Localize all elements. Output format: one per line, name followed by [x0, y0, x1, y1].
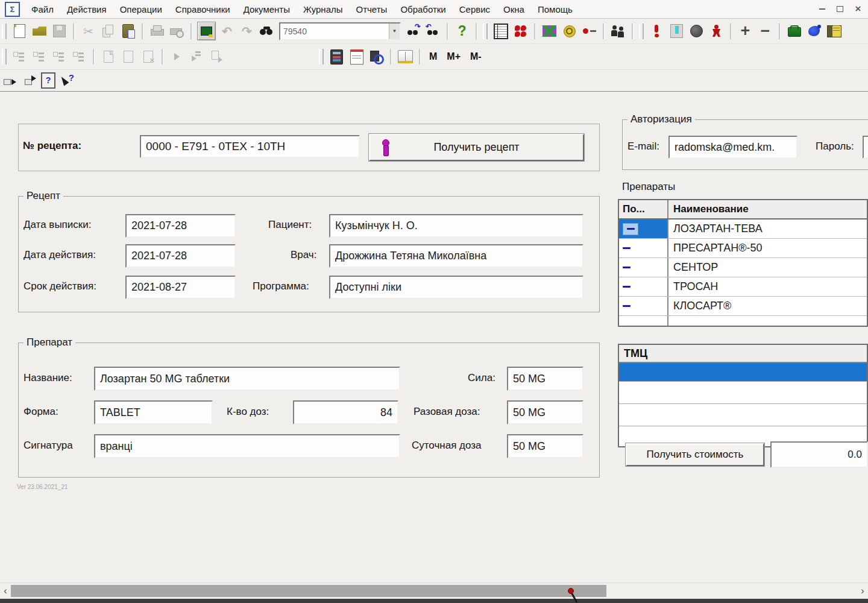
drug-name-field[interactable]: Лозартан 50 MG таблетки — [94, 367, 400, 391]
memory-m-minus-button[interactable]: M- — [465, 51, 486, 62]
calc-search-icon[interactable] — [368, 48, 385, 66]
page-new-icon[interactable] — [99, 48, 117, 66]
drugs-col-name[interactable]: Наименование — [667, 200, 867, 218]
help-box-icon[interactable] — [41, 72, 55, 89]
find-icon[interactable] — [258, 22, 275, 40]
user-terminal-icon[interactable] — [668, 22, 685, 40]
cost-field[interactable]: 0.0 — [770, 441, 868, 468]
drugs-row[interactable]: ПРЕСАРТАН®-50 — [619, 239, 867, 258]
minimize-button[interactable] — [814, 3, 830, 16]
copy-icon[interactable] — [99, 22, 117, 40]
drugs-col-ref[interactable]: По... — [619, 200, 667, 218]
blue-splat-icon[interactable] — [805, 22, 823, 40]
chevron-down-icon[interactable]: ▼ — [389, 24, 400, 39]
help-icon[interactable]: ? — [453, 22, 471, 40]
tree-view-1-icon[interactable] — [11, 48, 28, 66]
tmc-row-selected[interactable] — [619, 363, 867, 382]
menu-help[interactable]: Помощь — [531, 2, 579, 17]
step-over-icon[interactable] — [188, 48, 206, 66]
find-previous-icon[interactable] — [424, 22, 442, 40]
window-back-icon[interactable] — [1, 72, 19, 89]
scroll-right-button[interactable]: › — [857, 584, 868, 598]
horizontal-scrollbar[interactable]: ‹ › — [0, 582, 868, 599]
menu-references[interactable]: Справочники — [169, 2, 237, 17]
recipe-number-input[interactable]: 0000 - E791 - 0TEX - 10TH — [140, 135, 360, 158]
ledger-icon[interactable] — [492, 22, 509, 40]
calculator-icon[interactable] — [328, 48, 345, 66]
toolbar-grip[interactable] — [2, 49, 7, 65]
menu-journals[interactable]: Журналы — [297, 2, 350, 17]
email-field[interactable]: radomska@med.km. — [668, 136, 797, 159]
drug-form-field[interactable]: TABLET — [94, 400, 213, 425]
tmc-header[interactable]: ТМЦ — [619, 345, 867, 363]
redo-icon[interactable] — [238, 22, 256, 40]
minus-icon[interactable] — [756, 22, 774, 40]
undo-icon[interactable] — [218, 22, 236, 40]
memory-m-button[interactable]: M — [424, 51, 442, 62]
drugs-row[interactable]: КЛОСАРТ® — [619, 297, 867, 316]
close-all-icon[interactable] — [512, 22, 529, 40]
patient-field[interactable]: Кузьмінчук Н. О. — [329, 214, 583, 238]
context-help-icon[interactable] — [58, 72, 75, 89]
find-combobox-value[interactable]: 79540 — [280, 27, 389, 36]
get-recipe-button[interactable]: Получить рецепт — [369, 134, 584, 161]
walking-person-icon[interactable] — [708, 22, 725, 40]
drug-row-name[interactable]: КЛОСАРТ® — [667, 297, 867, 315]
scroll-left-button[interactable]: ‹ — [0, 584, 11, 598]
page-open-icon[interactable] — [119, 48, 137, 66]
print-preview-icon[interactable] — [168, 22, 186, 40]
drugs-row[interactable]: ТРОСАН — [619, 277, 867, 297]
user-monitor-icon[interactable] — [197, 22, 216, 40]
signature-field[interactable]: вранці — [94, 434, 400, 458]
find-next-icon[interactable] — [404, 22, 422, 40]
remove-item-icon[interactable] — [580, 22, 598, 40]
find-combobox[interactable]: 79540 ▼ — [279, 22, 401, 40]
menu-documents[interactable]: Документы — [237, 2, 297, 17]
plus-icon[interactable] — [737, 22, 754, 40]
users-icon[interactable] — [609, 22, 627, 40]
tmc-row[interactable] — [619, 382, 867, 404]
print-icon[interactable] — [148, 22, 166, 40]
date-expiry-field[interactable]: 2021-08-27 — [125, 276, 236, 299]
date-valid-field[interactable]: 2021-07-28 — [125, 244, 236, 268]
drug-row-name[interactable]: ПРЕСАРТАН®-50 — [667, 239, 867, 257]
green-case-icon[interactable] — [785, 22, 803, 40]
daily-dose-field[interactable]: 50 MG — [507, 434, 583, 458]
menu-windows[interactable]: Окна — [497, 2, 531, 17]
drug-row-name[interactable]: ЛОЗАРТАН-ТЕВА — [667, 219, 867, 238]
doses-field[interactable]: 84 — [293, 400, 398, 425]
tree-view-2-icon[interactable] — [31, 48, 48, 66]
menu-operations[interactable]: Операции — [113, 2, 169, 17]
calendar-icon[interactable] — [348, 48, 365, 66]
date-issued-field[interactable]: 2021-07-28 — [125, 214, 236, 238]
strength-field[interactable]: 50 MG — [507, 367, 583, 391]
memory-m-plus-button[interactable]: M+ — [442, 51, 465, 62]
doctor-field[interactable]: Дрожжина Тетяна Миколаївна — [329, 244, 583, 268]
close-button[interactable]: × — [850, 3, 866, 16]
tmc-row[interactable] — [619, 404, 867, 426]
password-field[interactable] — [863, 136, 868, 159]
restore-button[interactable] — [832, 3, 848, 16]
drugs-row[interactable]: ЛОЗАРТАН-ТЕВА — [619, 219, 867, 239]
cut-icon[interactable] — [80, 22, 97, 40]
get-cost-button[interactable]: Получить стоимость — [626, 443, 764, 466]
coin-icon[interactable] — [561, 22, 578, 40]
menu-service[interactable]: Сервис — [453, 2, 497, 17]
session-red-icon[interactable] — [648, 22, 665, 40]
toolbar-grip[interactable] — [639, 24, 644, 39]
green-cross-icon[interactable] — [541, 22, 558, 40]
window-forward-icon[interactable] — [21, 72, 39, 89]
paste-icon[interactable] — [119, 22, 137, 40]
drug-row-name[interactable]: СЕНТОР — [667, 258, 867, 277]
single-dose-field[interactable]: 50 MG — [507, 400, 583, 425]
toolbar-grip[interactable] — [319, 49, 324, 65]
book-icon[interactable] — [397, 48, 414, 66]
new-document-icon[interactable] — [11, 22, 28, 40]
drugs-row[interactable]: СЕНТОР — [619, 258, 867, 277]
step-out-icon[interactable] — [208, 48, 225, 66]
card-file-icon[interactable] — [825, 22, 843, 40]
menu-actions[interactable]: Действия — [60, 2, 113, 17]
drug-row-name[interactable]: ТРОСАН — [667, 277, 867, 296]
page-delete-icon[interactable] — [139, 48, 157, 66]
toolbar-grip[interactable] — [483, 24, 488, 39]
